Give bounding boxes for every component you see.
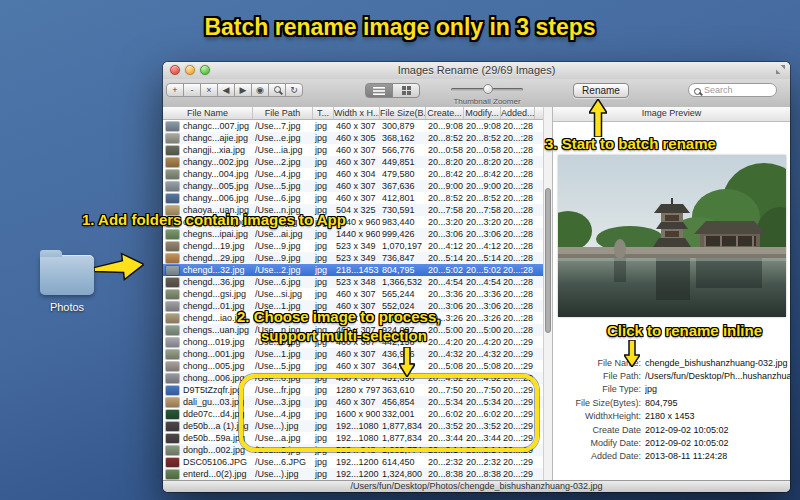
delete-button[interactable]: × xyxy=(200,83,218,97)
cell-name: changy...005.jpg xyxy=(181,180,253,192)
cell-created: 20...3:20 xyxy=(426,216,464,228)
thumbnail-cell xyxy=(163,132,181,144)
zoom-button[interactable] xyxy=(200,65,210,75)
thumbnail-cell xyxy=(163,372,181,384)
column-header-3[interactable]: T... xyxy=(313,107,334,119)
thumbnail-cell xyxy=(163,348,181,360)
cell-size: 614,450 xyxy=(380,456,426,468)
cell-created: 20...5:08 xyxy=(426,360,464,372)
table-row[interactable]: chengd...29.jpg/Use...9.jpgjpg523 x 3497… xyxy=(163,252,543,264)
cell-size: 1,070,197 xyxy=(380,240,426,252)
table-row[interactable]: changji...xia.jpg/Use...ia.jpgjpg460 x 3… xyxy=(163,144,543,156)
table-row[interactable]: changy...005.jpg/Use...5.jpgjpg460 x 307… xyxy=(163,180,543,192)
table-row[interactable]: changc...007.jpg/Use...7.jpgjpg460 x 307… xyxy=(163,120,543,132)
file-thumbnail xyxy=(166,362,179,371)
cell-created: 20...4:32 xyxy=(426,348,464,360)
folder-label: Photos xyxy=(38,301,96,313)
view-toggle xyxy=(365,83,420,98)
fullscreen-icon[interactable] xyxy=(776,65,785,74)
desktop: Batch rename image only in 3 steps Photo… xyxy=(0,0,800,500)
table-row[interactable]: changy...002.jpg/Use...2.jpgjpg460 x 307… xyxy=(163,156,543,168)
thumbnail-zoomer: Thumbnail Zoomer xyxy=(451,84,523,106)
field-value[interactable]: jpg xyxy=(645,384,657,394)
column-header-2[interactable]: File Path xyxy=(253,107,313,119)
grid-view-icon xyxy=(402,86,411,95)
photos-folder[interactable]: Photos xyxy=(38,250,96,313)
column-header-6[interactable]: Create... xyxy=(426,107,464,119)
cell-name: chengd...19.jpg xyxy=(181,240,253,252)
minimize-button[interactable] xyxy=(185,65,195,75)
file-thumbnail xyxy=(166,134,179,143)
column-header-1[interactable]: File Name xyxy=(163,107,253,119)
thumbnail-zoomer-slider[interactable] xyxy=(451,88,523,91)
previous-button[interactable]: ◀ xyxy=(217,83,235,97)
cell-added: 20...:29 xyxy=(501,456,535,468)
search-icon xyxy=(694,88,701,95)
table-row[interactable]: chengd...gsi.jpg/Use...si.jpgjpg460 x 30… xyxy=(163,288,543,300)
cell-added: 20...:29 xyxy=(501,468,535,480)
refresh-button[interactable]: ↻ xyxy=(285,83,303,97)
field-label: WidthxHeight: xyxy=(553,411,645,421)
table-row[interactable]: chengd...32.jpg/Use...2.jpgjpg218...1453… xyxy=(163,264,543,276)
field-value[interactable]: chengde_bishushanzhuang-032.jpg xyxy=(645,358,788,368)
table-row[interactable]: chengd...19.jpg/Use...9.jpgjpg523 x 3491… xyxy=(163,240,543,252)
cell-path: /Use...7.jpg xyxy=(253,120,313,132)
next-button[interactable]: ▶ xyxy=(234,83,252,97)
table-row[interactable]: DSC05106.JPG/Use...6.JPGjpg192...1200614… xyxy=(163,456,543,468)
cell-created: 20...8:52 xyxy=(426,192,464,204)
cell-name: chegns...ipai.jpg xyxy=(181,228,253,240)
table-row[interactable]: changc...ajie.jpg/Use...e.jpgjpg460 x 30… xyxy=(163,132,543,144)
search-button[interactable] xyxy=(268,83,286,97)
cell-type: jpg xyxy=(313,144,334,156)
file-thumbnail xyxy=(166,350,179,359)
search-input[interactable]: Search xyxy=(688,83,777,97)
preview-field: File Name:chengde_bishushanzhuang-032.jp… xyxy=(553,356,790,369)
table-row[interactable]: chegns...ipai.jpg/Use...ai.jpgjpg1440 x … xyxy=(163,228,543,240)
cell-modified: 20...2:32 xyxy=(464,456,501,468)
field-value[interactable]: 2012-09-02 10:05:02 xyxy=(645,438,729,448)
column-header-8[interactable]: Added... xyxy=(501,107,535,119)
cell-size: 566,776 xyxy=(380,144,426,156)
field-value[interactable]: /Users/fun/Desktop/Ph...hushanzhuang-032… xyxy=(645,371,790,381)
table-row[interactable]: changy...006.jpg/Use...6.jpgjpg460 x 307… xyxy=(163,192,543,204)
table-row[interactable]: changy...004.jpg/Use...4.jpgjpg460 x 304… xyxy=(163,168,543,180)
cell-dims: 523 x 349 xyxy=(334,240,380,252)
thumbnail-cell xyxy=(163,396,181,408)
table-row[interactable]: enterd...0(2).jpg/Use...).jpgjpg192...12… xyxy=(163,468,543,480)
list-view-button[interactable] xyxy=(365,83,393,98)
thumbnail-cell xyxy=(163,432,181,444)
grid-view-button[interactable] xyxy=(392,83,420,98)
field-value[interactable]: 2180 x 1453 xyxy=(645,411,695,421)
field-value[interactable]: 2012-09-02 10:05:02 xyxy=(645,425,729,435)
cell-dims: 1440 x 960 xyxy=(334,228,380,240)
cell-size: 449,851 xyxy=(380,156,426,168)
thumbnail-cell xyxy=(163,120,181,132)
cell-type: jpg xyxy=(313,156,334,168)
column-header-4[interactable]: Width x H... xyxy=(334,107,380,119)
window-titlebar[interactable]: Images Rename (29/69 Images) xyxy=(163,62,790,80)
cell-path: /Use...1.jpg xyxy=(253,348,313,360)
cell-dims: 460 x 307 xyxy=(334,120,380,132)
preview-field: File Size(Bytes):804,795 xyxy=(553,396,790,409)
column-header-7[interactable]: Modify... xyxy=(464,107,501,119)
slider-thumb[interactable] xyxy=(483,84,493,94)
table-row[interactable]: chong...005.jpg/Use...5.jpgjpg460 x 3073… xyxy=(163,360,543,372)
table-row[interactable]: chong...001.jpg/Use...1.jpgjpg460 x 3074… xyxy=(163,348,543,360)
preview-button[interactable]: ◉ xyxy=(251,83,269,97)
cell-created: 20...4:54 xyxy=(426,276,464,288)
table-row[interactable]: chengd...36.jpg/Use...6.jpgjpg523 x 3481… xyxy=(163,276,543,288)
column-header-5[interactable]: File Size(B... xyxy=(380,107,426,119)
preview-field: Create Date2012-09-02 10:05:02 xyxy=(553,423,790,436)
cell-dims: 460 x 307 xyxy=(334,288,380,300)
scrollbar-thumb[interactable] xyxy=(545,188,551,333)
field-value[interactable]: 2013-08-11 11:24:28 xyxy=(645,451,727,461)
field-value[interactable]: 804,795 xyxy=(645,398,678,408)
cell-added: 20...:28 xyxy=(501,300,535,312)
close-button[interactable] xyxy=(170,65,180,75)
cell-added: 20...:28 xyxy=(501,144,535,156)
add-button[interactable]: + xyxy=(166,83,184,97)
rename-button[interactable]: Rename xyxy=(573,83,629,98)
table-scrollbar[interactable] xyxy=(543,107,552,480)
cell-created: 20...2:32 xyxy=(426,456,464,468)
remove-button[interactable]: - xyxy=(183,83,201,97)
